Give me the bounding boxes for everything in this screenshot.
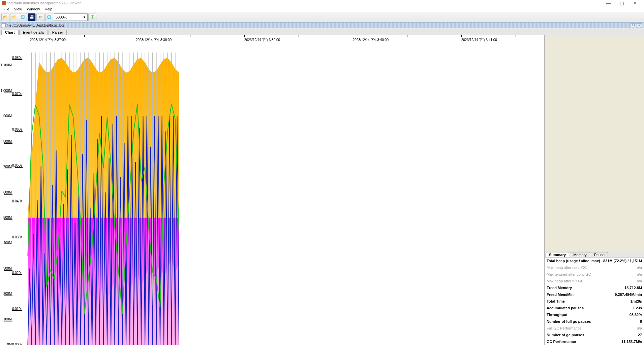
summary-value: 98.62% — [630, 313, 642, 317]
globe-watch-icon: 🌐 — [47, 15, 52, 19]
zoom-value: 5000% — [56, 15, 67, 19]
y-axis-memory: 0M100M200M300M400M500M600M700M800M900M1,… — [0, 40, 12, 345]
tab-parser[interactable]: Parser — [49, 30, 67, 35]
summary-value: 11,153.7M/s — [621, 340, 642, 344]
y-mem-tick: 700M — [3, 165, 12, 169]
summary-row: Full GC Performancen/a — [545, 325, 644, 332]
close-button[interactable]: ✕ — [628, 0, 642, 6]
y-sec-tick: 0.030s — [12, 235, 23, 239]
app-icon — [2, 1, 6, 5]
y-mem-tick: 300M — [3, 267, 12, 271]
summary-row: Throughput98.62% — [545, 311, 644, 318]
summary-key: Total heap (usage / alloc. max) — [547, 259, 600, 263]
summary-value: 1.23s — [633, 306, 642, 310]
tab-chart[interactable]: Chart — [1, 30, 19, 35]
summary-row: Accumulated pauses1.23s — [545, 305, 644, 311]
summary-key: Max tenured after conc GC — [547, 272, 591, 276]
summary-key: Total Time — [547, 299, 565, 303]
y-sec-tick: 0.020s — [12, 271, 23, 275]
x-minor-tick — [516, 35, 516, 38]
y-mem-tick: 500M — [3, 216, 12, 220]
summary-row: Freed Memory13,712.8M — [545, 284, 644, 291]
open-series-button[interactable]: 📁 — [10, 13, 18, 21]
x-minor-tick — [407, 35, 407, 38]
doc-close-button[interactable]: ✕ — [637, 23, 642, 27]
y-sec-tick: 0.060s — [12, 128, 23, 132]
summary-value: n/a — [637, 272, 642, 276]
x-minor-tick — [84, 35, 85, 38]
tab-memory[interactable]: Memory — [570, 252, 590, 257]
summary-row: Max heap after conc GCn/a — [545, 264, 644, 271]
y-mem-tick: 800M — [3, 140, 12, 144]
zoom-combo[interactable]: 5000% ▼ — [54, 13, 88, 21]
chart-plot — [23, 40, 544, 345]
watch-button[interactable]: 🌐 — [45, 13, 53, 21]
work-area: 2023/12/14 下午3:37:002023/12/14 下午3:38:00… — [0, 35, 644, 345]
summary-key: Max heap after full GC — [547, 279, 584, 283]
export-button[interactable]: 💾 — [28, 13, 36, 21]
about-button[interactable]: ⓘ — [88, 13, 96, 21]
y-axis-seconds: 0.000s0.010s0.020s0.030s0.040s0.050s0.06… — [12, 40, 23, 345]
toolbar: 📂 📁 🌐 💾 ⟳ 🌐 5000% ▼ ⓘ — [0, 12, 644, 22]
y-mem-tick: 0M — [4, 343, 12, 345]
side-panel-empty — [545, 35, 644, 251]
open-file-button[interactable]: 📂 — [1, 13, 9, 21]
summary-row: GC Performance11,153.7M/s — [545, 338, 644, 345]
y-mem-tick: 900M — [3, 114, 12, 118]
chevron-down-icon: ▼ — [83, 15, 86, 19]
tab-event-details[interactable]: Event details — [19, 30, 48, 35]
summary-row: Total Time1m28s — [545, 298, 644, 305]
globe-icon: 🌐 — [21, 15, 25, 19]
info-icon: ⓘ — [91, 14, 94, 20]
refresh-icon: ⟳ — [39, 15, 42, 19]
y-sec-tick: 0.050s — [12, 164, 23, 168]
x-minor-tick — [190, 35, 190, 38]
tab-pause[interactable]: Pause — [591, 252, 608, 257]
summary-row: Max heap after full GCn/a — [545, 278, 644, 284]
summary-key: Freed Memory — [547, 286, 572, 290]
y-mem-tick: 600M — [3, 191, 12, 195]
y-sec-tick: 0.040s — [12, 199, 23, 203]
summary-value: 9,267.484M/min — [615, 292, 642, 297]
chart-panel[interactable]: 2023/12/14 下午3:37:002023/12/14 下午3:38:00… — [0, 35, 544, 345]
summary-row: Number of full gc pauses0 — [545, 318, 644, 325]
menu-file[interactable]: File — [1, 7, 11, 11]
summary-key: Accumulated pauses — [547, 306, 584, 310]
minimize-button[interactable]: — — [602, 0, 615, 6]
refresh-button[interactable]: ⟳ — [36, 13, 44, 21]
y-sec-tick: 0.010s — [12, 307, 23, 311]
summary-key: Freed Mem/Min — [547, 292, 574, 297]
x-axis: 2023/12/14 下午3:37:002023/12/14 下午3:38:00… — [27, 35, 544, 40]
summary-value: 0 — [640, 319, 642, 323]
tab-summary[interactable]: Summary — [546, 252, 569, 257]
menu-view[interactable]: View — [12, 7, 24, 11]
y-sec-tick: 0.000s — [12, 343, 23, 345]
summary-row: Max tenured after conc GCn/a — [545, 271, 644, 278]
open-url-button[interactable]: 🌐 — [19, 13, 27, 21]
summary-value: n/a — [637, 279, 642, 283]
y-sec-tick: 0.070s — [12, 92, 23, 96]
y-mem-tick: 100M — [3, 317, 12, 321]
summary-value: n/a — [637, 266, 642, 270]
menu-help[interactable]: Help — [43, 7, 55, 11]
titlebar: tagtraum industries incorporated - GCVie… — [0, 0, 644, 6]
menu-window[interactable]: Window — [25, 7, 42, 11]
x-minor-tick — [299, 35, 299, 38]
menubar: File View Window Help — [0, 6, 644, 12]
y-mem-tick: 1,000M — [1, 89, 12, 93]
summary-value: 1m28s — [631, 299, 642, 303]
summary-value: 831M (72.2%) / 1,151M — [603, 259, 642, 263]
summary-key: Number of full gc pauses — [547, 319, 591, 323]
window-title: tagtraum industries incorporated - GCVie… — [7, 1, 81, 5]
y-sec-tick: 0.080s — [12, 56, 23, 60]
stats-tabs: Summary Memory Pause — [545, 251, 644, 257]
summary-key: Full GC Performance — [547, 326, 581, 330]
document-path: file:/C:/Users/wjy/Desktop/bcgc.log — [7, 23, 64, 27]
document-titlebar: file:/C:/Users/wjy/Desktop/bcgc.log ❐ ✕ — [0, 22, 644, 28]
y-mem-tick: 1,100M — [1, 63, 12, 67]
maximize-button[interactable]: ▢ — [615, 0, 628, 6]
summary-row: Total heap (usage / alloc. max)831M (72.… — [545, 257, 644, 264]
summary-key: Max heap after conc GC — [547, 266, 587, 270]
summary-table: Total heap (usage / alloc. max)831M (72.… — [545, 257, 644, 345]
doc-restore-button[interactable]: ❐ — [631, 23, 636, 27]
